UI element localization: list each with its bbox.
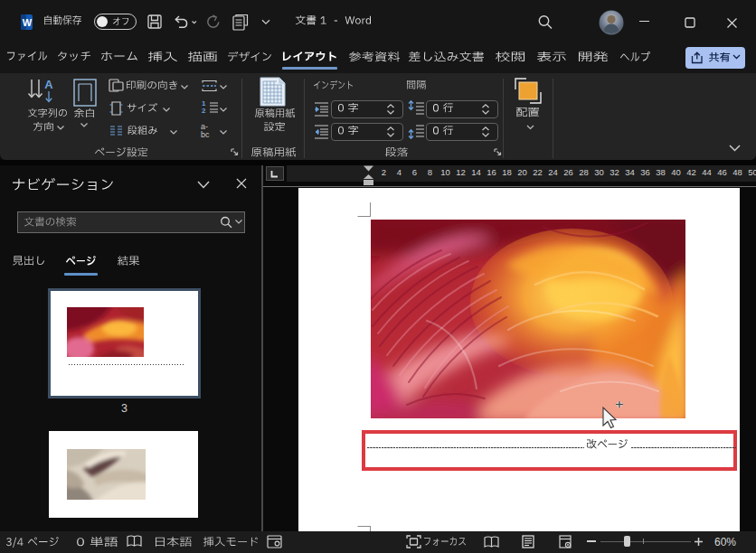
svg-text:A: A (44, 78, 53, 91)
svg-text:W: W (23, 17, 33, 28)
